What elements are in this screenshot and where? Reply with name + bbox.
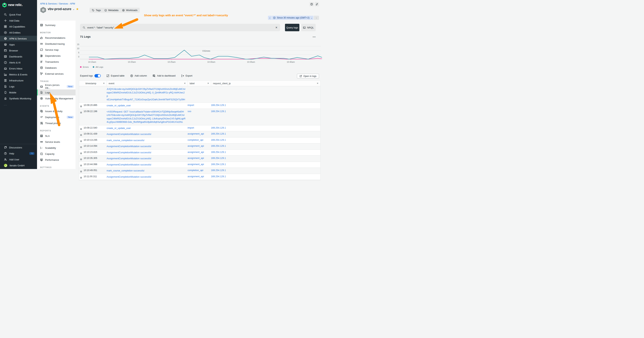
legend-item-all-logs[interactable]: All Logs: [93, 66, 103, 68]
cell-request-client-ip-link[interactable]: 169.254.129.1: [211, 168, 320, 169]
row-select-icon[interactable]: [80, 106, 82, 107]
sidebar-item-discussions[interactable]: Discussions: [0, 145, 37, 150]
table-row[interactable]: 10:10:44.066 AssignmentCompletionMutatio…: [79, 162, 320, 168]
time-picker[interactable]: Since 30 minutes ago (GMT+2) ⌄: [272, 16, 314, 20]
table-row[interactable]: 10:09:22.196 <ASGIRequest: GET '/sso/cal…: [79, 109, 320, 125]
time-picker-back-button[interactable]: ‹: [268, 16, 272, 20]
sidebar-item-all-capabilities[interactable]: All Capabilities: [0, 24, 37, 29]
cell-request-client-ip-link[interactable]: 169.254.129.1: [211, 156, 320, 162]
service-nav-deployments[interactable]: DeploymentsNew: [37, 114, 76, 120]
row-select-icon[interactable]: [80, 134, 82, 136]
service-nav-transactions[interactable]: Transactions: [37, 59, 76, 65]
cell-request-client-ip-link[interactable]: 169.254.129.1: [211, 144, 320, 149]
cell-request-client-ip-link[interactable]: 169.254.129.1: [211, 125, 320, 131]
service-nav-databases[interactable]: Databases: [37, 65, 76, 71]
cell-request-client-ip-link[interactable]: 169.254.129.1: [211, 109, 320, 125]
cell-label-link[interactable]: sso: [188, 109, 211, 125]
cell-label-link[interactable]: assignment_api: [188, 150, 211, 156]
table-row[interactable]: JUQVU&code=eyJraWQiOiJjcGltY29yZV8wOTI1M…: [79, 86, 320, 103]
log-query-bar[interactable]: event:* -"label":"security" ✕: [80, 24, 280, 31]
sidebar-item-apps[interactable]: Apps: [0, 42, 37, 47]
sidebar-item-infrastructure[interactable]: Infrastructure: [0, 78, 37, 83]
table-row[interactable]: 10:10:14.094 AssignmentCompletionMutatio…: [79, 144, 320, 150]
sidebar-item-add-data[interactable]: Add Data: [0, 18, 37, 24]
expand-logs-control[interactable]: Expand logs: [80, 74, 101, 78]
table-row[interactable]: 10:09:20.895 create_or_update_user impor…: [79, 103, 320, 109]
legend-item-errors[interactable]: Errors: [80, 66, 89, 68]
cell-request-client-ip-link[interactable]: 169.254.129.1: [211, 138, 320, 143]
table-row[interactable]: 10:09:31.439 AssignmentCompletionMutatio…: [79, 131, 320, 138]
cell-request-client-ip-link[interactable]: 169.254.129.1: [211, 162, 320, 168]
request-client-ip-column-header[interactable]: request_client_ip✕: [211, 81, 320, 86]
cell-label-link[interactable]: import: [188, 125, 211, 131]
table-row[interactable]: 10:10:13.235 mark_course_completion succ…: [79, 138, 320, 144]
row-select-icon[interactable]: [80, 153, 82, 154]
service-nav-capacity[interactable]: Capacity: [37, 151, 76, 157]
cell-label-link[interactable]: assignment_api: [188, 144, 211, 149]
service-nav-distributed-tracing[interactable]: Distributed tracing: [37, 41, 76, 47]
service-nav-sla[interactable]: SLA: [37, 133, 76, 139]
cell-event-link[interactable]: AssignmentCompletionMutation successful: [106, 162, 188, 168]
event-column-header[interactable]: event✕: [106, 81, 188, 86]
remove-column-icon[interactable]: ✕: [103, 82, 105, 85]
cell-event-link[interactable]: create_or_update_user: [106, 103, 188, 109]
help-button[interactable]: [310, 2, 314, 6]
cell-event-link[interactable]: AssignmentCompletionMutation successful: [106, 156, 188, 162]
service-nav-external-services[interactable]: External services: [37, 71, 76, 77]
row-select-icon[interactable]: [80, 146, 82, 148]
sidebar-item-quick-find[interactable]: Quick Find: [0, 12, 37, 18]
service-nav-logs[interactable]: Logs: [37, 90, 76, 96]
row-select-icon[interactable]: [80, 140, 82, 142]
sidebar-item-mobile[interactable]: Mobile: [0, 90, 37, 95]
service-nav-service-levels[interactable]: Service levels: [37, 139, 76, 145]
time-picker-forward-button[interactable]: ›: [314, 16, 319, 20]
expand-table-button[interactable]: Expand table: [106, 74, 124, 77]
workloads-button[interactable]: Workloads: [120, 8, 140, 13]
cell-request-client-ip-link[interactable]: [211, 86, 320, 102]
tags-button[interactable]: Tags: [90, 8, 103, 13]
service-nav-recommendations[interactable]: Recommendations: [37, 35, 76, 41]
favorite-star-icon[interactable]: ★: [76, 7, 79, 11]
sidebar-item-logs[interactable]: Logs: [0, 84, 37, 89]
sidebar-item-add-user[interactable]: Add User: [0, 157, 37, 162]
service-nav-performance[interactable]: Performance: [37, 157, 76, 163]
service-nav-errors-inbox[interactable]: Errors (errors inb...New: [37, 84, 76, 90]
row-select-icon[interactable]: [80, 165, 82, 166]
service-nav-service-map[interactable]: Service map: [37, 47, 76, 53]
cell-request-client-ip-link[interactable]: 169.254.129.1: [211, 131, 320, 137]
breadcrumb-link-services-apm[interactable]: Services - APM: [59, 3, 75, 5]
sidebar-item-errors-inbox[interactable]: Errors Inbox: [0, 66, 37, 71]
table-row[interactable]: 10:10:35.305 AssignmentCompletionMutatio…: [79, 156, 320, 162]
sidebar-item-help[interactable]: Help70: [0, 151, 37, 156]
table-row[interactable]: 10:09:22.540 create_or_update_user impor…: [79, 125, 320, 132]
export-button[interactable]: Export: [181, 74, 192, 77]
clear-query-icon[interactable]: ✕: [275, 26, 278, 29]
new-relic-logo[interactable]: new relic.: [2, 3, 23, 8]
service-nav-thread-profiler[interactable]: Thread profiler: [37, 120, 76, 126]
cell-event-link[interactable]: AssignmentCompletionMutation successful: [106, 150, 188, 156]
nrql-button[interactable]: NRQL: [301, 24, 316, 31]
breadcrumb-link-apm-services[interactable]: APM & Services: [40, 3, 57, 5]
add-column-button[interactable]: Add column: [130, 74, 147, 77]
table-row[interactable]: 10:10:23.815 AssignmentCompletionMutatio…: [79, 150, 320, 156]
sidebar-item-browser[interactable]: Browser: [0, 48, 37, 53]
cell-label-link[interactable]: import: [188, 103, 211, 109]
open-in-logs-button[interactable]: Open in logs: [297, 74, 319, 78]
service-nav-vulnerability-management[interactable]: Vulnerability Management: [37, 96, 76, 101]
cell-event-link[interactable]: AssignmentCompletionMutation successful: [106, 144, 188, 149]
cell-label-link[interactable]: completion_api: [188, 168, 211, 169]
sidebar-item-alerts-ai[interactable]: Alerts & AI: [0, 60, 37, 65]
row-select-icon[interactable]: [80, 128, 82, 130]
timestamp-column-header[interactable]: timestamp✕: [84, 81, 106, 86]
sidebar-item-synthetic-monitoring[interactable]: Synthetic Monitoring: [0, 96, 37, 101]
sidebar-item-account[interactable]: Iterativ GmbH: [0, 163, 37, 168]
remove-column-icon[interactable]: ✕: [207, 82, 209, 85]
cell-label-link[interactable]: assignment_api: [188, 162, 211, 168]
cell-event-link[interactable]: JUQVU&code=eyJraWQiOiJjcGltY29yZV8wOTI1M…: [106, 86, 188, 102]
cell-request-client-ip-link[interactable]: 169.254.129.1: [211, 103, 320, 109]
table-row[interactable]: 10:10:49.051 mark_course_completion succ…: [79, 168, 320, 169]
cell-event-link[interactable]: create_or_update_user: [106, 125, 188, 131]
chevron-down-icon[interactable]: ⌄: [72, 8, 74, 11]
remove-column-icon[interactable]: ✕: [184, 82, 186, 85]
add-to-dashboard-button[interactable]: Add to dashboard: [152, 74, 176, 77]
